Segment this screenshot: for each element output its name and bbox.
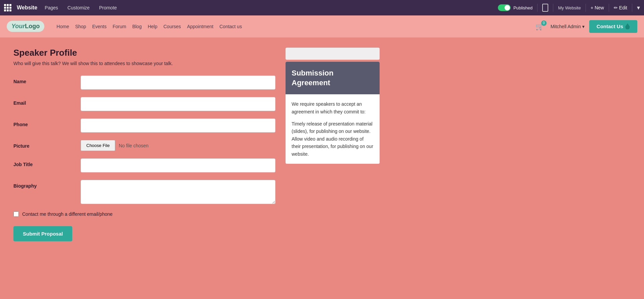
checkbox-row: Contact me through a different email/pho…: [13, 211, 275, 217]
my-website-button[interactable]: My Website: [558, 5, 581, 10]
nav-blog[interactable]: Blog: [132, 24, 142, 29]
admin-brand: Website: [17, 5, 37, 11]
job-title-label: Job Title: [13, 158, 81, 167]
separator-4: [609, 4, 609, 12]
cart-badge: 0: [541, 20, 547, 26]
nav-links: Home Shop Events Forum Blog Help Courses…: [56, 24, 528, 29]
name-input[interactable]: [81, 76, 275, 90]
email-input[interactable]: [81, 97, 275, 111]
file-input-area: Choose File No file chosen: [81, 140, 148, 151]
submission-agreement-header: Submission Agreement: [286, 62, 380, 94]
job-title-row: Job Title: [13, 158, 275, 172]
grid-icon[interactable]: [4, 4, 11, 11]
nav-events[interactable]: Events: [92, 24, 106, 29]
new-button[interactable]: + New: [591, 5, 604, 10]
name-label: Name: [13, 76, 81, 84]
email-label: Email: [13, 97, 81, 106]
biography-textarea[interactable]: [81, 180, 275, 204]
agreement-para-2: Timely release of presentation material …: [292, 120, 374, 158]
phone-input[interactable]: [81, 118, 275, 133]
phone-label: Phone: [13, 118, 81, 127]
logo[interactable]: YourLogo: [7, 21, 44, 32]
checkbox-label[interactable]: Contact me through a different email/pho…: [22, 211, 113, 217]
submission-agreement-card: Submission Agreement We require speakers…: [286, 62, 380, 164]
cart-area[interactable]: 🛒 0: [535, 22, 544, 31]
form-subtitle: Who will give this talk? We will show th…: [13, 61, 275, 66]
picture-label: Picture: [13, 140, 81, 149]
separator-2: [553, 4, 553, 12]
more-options-icon[interactable]: ▾: [637, 4, 640, 11]
sidebar-section: Submission Agreement We require speakers…: [286, 48, 380, 289]
name-row: Name: [13, 76, 275, 90]
nav-right: Mitchell Admin ▾ Contact Us: [551, 20, 637, 33]
mobile-icon[interactable]: [542, 4, 548, 12]
submit-button[interactable]: Submit Proposal: [13, 226, 72, 241]
job-title-input[interactable]: [81, 158, 275, 172]
email-row: Email: [13, 97, 275, 111]
nav-shop[interactable]: Shop: [75, 24, 86, 29]
submission-agreement-body: We require speakers to accept an agreeme…: [286, 94, 380, 164]
nav-help[interactable]: Help: [148, 24, 158, 29]
different-contact-checkbox[interactable]: [13, 211, 19, 217]
water-drop-icon: [625, 23, 630, 30]
nav-forum[interactable]: Forum: [113, 24, 126, 29]
nav-contact-us[interactable]: Contact us: [219, 24, 242, 29]
published-toggle[interactable]: Published: [498, 4, 532, 11]
logo-area[interactable]: YourLogo: [7, 21, 44, 32]
biography-row: Biography: [13, 180, 275, 204]
form-section: Speaker Profile Who will give this talk?…: [13, 48, 275, 289]
biography-label: Biography: [13, 180, 81, 189]
customize-button[interactable]: Customize: [66, 4, 92, 12]
nav-bar: YourLogo Home Shop Events Forum Blog Hel…: [0, 15, 644, 38]
agreement-para-1: We require speakers to accept an agreeme…: [292, 100, 374, 115]
separator-3: [586, 4, 586, 12]
sidebar-top-box: [286, 48, 380, 60]
toggle-switch[interactable]: [498, 4, 511, 11]
phone-row: Phone: [13, 118, 275, 133]
pages-button[interactable]: Pages: [43, 4, 60, 12]
contact-us-nav-button[interactable]: Contact Us: [589, 20, 637, 33]
promote-button[interactable]: Promote: [97, 4, 119, 12]
form-title: Speaker Profile: [13, 48, 275, 58]
nav-courses[interactable]: Courses: [163, 24, 181, 29]
mitchell-admin-button[interactable]: Mitchell Admin ▾: [551, 24, 585, 29]
separator-5: [632, 4, 632, 12]
nav-home[interactable]: Home: [56, 24, 69, 29]
separator-1: [537, 4, 538, 12]
picture-row: Picture Choose File No file chosen: [13, 140, 275, 151]
admin-bar: Website Pages Customize Promote Publishe…: [0, 0, 644, 15]
choose-file-button[interactable]: Choose File: [81, 140, 115, 151]
nav-appointment[interactable]: Appointment: [187, 24, 214, 29]
main-content: Speaker Profile Who will give this talk?…: [0, 38, 644, 299]
contact-us-label: Contact Us: [597, 23, 623, 29]
published-label: Published: [513, 5, 532, 10]
edit-button[interactable]: ✏ Edit: [614, 5, 627, 10]
no-file-text: No file chosen: [119, 143, 148, 148]
